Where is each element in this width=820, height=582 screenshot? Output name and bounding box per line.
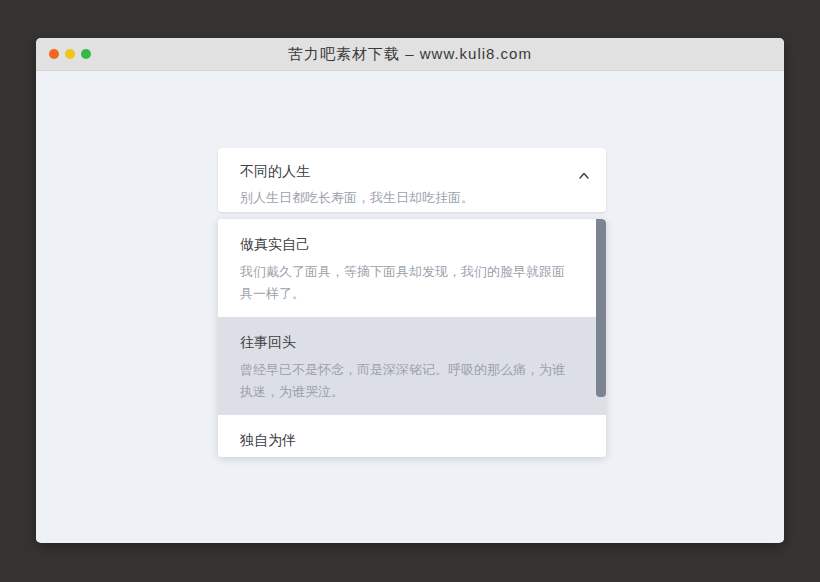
option-description: 我们戴久了面具，等摘下面具却发现，我们的脸早就跟面具一样了。	[240, 261, 572, 305]
maximize-button[interactable]	[81, 49, 91, 59]
browser-window: 苦力吧素材下载 – www.kuli8.com 不同的人生 别人生日都吃长寿面，…	[36, 38, 784, 543]
window-titlebar: 苦力吧素材下载 – www.kuli8.com	[36, 38, 784, 71]
option-item-highlighted[interactable]: 往事回头 曾经早已不是怀念，而是深深铭记。呼吸的那么痛，为谁执迷，为谁哭泣。	[218, 317, 606, 415]
selected-option-description: 别人生日都吃长寿面，我生日却吃挂面。	[240, 187, 562, 209]
selected-option-title: 不同的人生	[240, 161, 562, 181]
option-title: 做真实自己	[240, 234, 572, 254]
chevron-up-icon[interactable]	[579, 172, 589, 180]
scrollbar-thumb[interactable]	[596, 219, 606, 397]
minimize-button[interactable]	[65, 49, 75, 59]
option-description: 曾经早已不是怀念，而是深深铭记。呼吸的那么痛，为谁执迷，为谁哭泣。	[240, 359, 572, 403]
option-item[interactable]: 独自为伴 才想起今天是我生日，可笑的是一个记得的都没有。	[218, 415, 606, 457]
option-title: 独自为伴	[240, 430, 572, 450]
option-title: 往事回头	[240, 332, 572, 352]
option-item[interactable]: 做真实自己 我们戴久了面具，等摘下面具却发现，我们的脸早就跟面具一样了。	[218, 219, 606, 317]
traffic-lights	[49, 38, 91, 70]
dropdown-list: 做真实自己 我们戴久了面具，等摘下面具却发现，我们的脸早就跟面具一样了。 往事回…	[218, 219, 606, 457]
page-content: 不同的人生 别人生日都吃长寿面，我生日却吃挂面。 做真实自己 我们戴久了面具，等…	[36, 71, 784, 542]
close-button[interactable]	[49, 49, 59, 59]
window-title: 苦力吧素材下载 – www.kuli8.com	[288, 45, 532, 64]
select-box[interactable]: 不同的人生 别人生日都吃长寿面，我生日却吃挂面。	[218, 148, 606, 212]
